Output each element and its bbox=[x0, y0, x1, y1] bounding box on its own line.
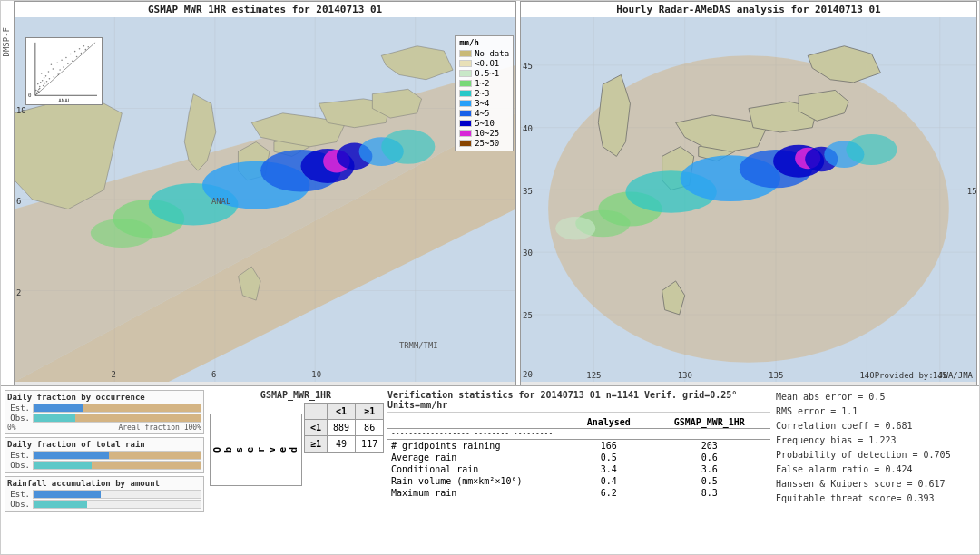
est-bar-occurrence: Est. bbox=[7, 404, 201, 413]
legend-3-4: 3~4 bbox=[459, 99, 509, 108]
row-ge1-label: ≥1 bbox=[305, 436, 328, 453]
hanssen-kuipers: Hanssen & Kuipers score = 0.617 bbox=[776, 477, 975, 492]
cell-889: 889 bbox=[328, 420, 356, 436]
legend-05-1: 0.5~1 bbox=[459, 69, 509, 78]
right-map-title: Hourly Radar-AMeDAS analysis for 2014071… bbox=[521, 2, 976, 17]
legend-001: <0.01 bbox=[459, 59, 509, 68]
fraction-rain-title: Daily fraction of total rain bbox=[7, 440, 201, 449]
verif-row-gsmap: 0.5 bbox=[649, 475, 770, 487]
verif-row: Conditional rain 3.4 3.6 bbox=[387, 463, 770, 475]
est-bar-container-rain bbox=[33, 451, 201, 460]
legend-2-3: 2~3 bbox=[459, 89, 509, 98]
svg-point-7 bbox=[37, 83, 39, 85]
equitable-threat: Equitable threat score= 0.393 bbox=[776, 492, 975, 506]
left-map-canvas: 0 ANAL bbox=[15, 17, 515, 382]
svg-point-26 bbox=[39, 88, 41, 90]
col-ge1: ≥1 bbox=[356, 404, 384, 420]
verif-row-analysed: 0.4 bbox=[569, 475, 649, 487]
svg-point-25 bbox=[35, 90, 37, 92]
svg-point-110 bbox=[846, 134, 897, 165]
svg-text:125: 125 bbox=[586, 370, 601, 380]
accumulation-title: Rainfall accumulation by amount bbox=[7, 479, 201, 488]
svg-point-36 bbox=[72, 61, 74, 63]
est-bar-rain: Est. bbox=[7, 451, 201, 460]
svg-text:ANAL: ANAL bbox=[58, 98, 72, 103]
obs-bar-rain: Obs. bbox=[7, 461, 201, 470]
obs-label-occ: Obs. bbox=[7, 414, 30, 423]
svg-text:0: 0 bbox=[28, 92, 32, 98]
obs-label-rain: Obs. bbox=[7, 461, 30, 470]
svg-point-33 bbox=[59, 69, 61, 71]
right-map-panel: Hourly Radar-AMeDAS analysis for 2014071… bbox=[520, 1, 977, 385]
legend-1-2: 1~2 bbox=[459, 79, 509, 88]
svg-point-30 bbox=[49, 78, 51, 80]
svg-text:10: 10 bbox=[16, 104, 26, 114]
col-empty bbox=[305, 404, 328, 420]
verif-row-analysed: 6.2 bbox=[569, 487, 649, 499]
rms-error: RMS error = 1.1 bbox=[776, 404, 975, 419]
svg-text:6: 6 bbox=[16, 196, 21, 206]
svg-text:6: 6 bbox=[211, 368, 216, 378]
svg-point-10 bbox=[44, 77, 45, 79]
svg-point-18 bbox=[65, 57, 67, 59]
verif-row-analysed: 0.5 bbox=[569, 452, 649, 463]
est-bar-container-occ bbox=[33, 404, 201, 413]
fraction-occurrence-section: Daily fraction by occurrence Est. Obs. bbox=[5, 390, 204, 434]
correlation-coeff: Correlation coeff = 0.681 bbox=[776, 419, 975, 433]
svg-point-11 bbox=[45, 75, 47, 77]
svg-point-28 bbox=[44, 83, 46, 84]
est-label-occ: Est. bbox=[7, 404, 30, 413]
verif-row-gsmap: 203 bbox=[649, 440, 770, 453]
svg-point-29 bbox=[46, 81, 48, 83]
svg-text:130: 130 bbox=[678, 370, 692, 380]
svg-point-112 bbox=[555, 217, 595, 239]
right-map-canvas: 45 40 35 30 25 20 125 130 135 140 145 15… bbox=[521, 17, 976, 382]
legend-title: mm/h bbox=[459, 38, 509, 47]
svg-text:15...: 15... bbox=[967, 185, 976, 195]
cell-86: 86 bbox=[356, 420, 384, 436]
left-map-title: GSMAP_MWR_1HR estimates for 20140713 01 bbox=[15, 2, 515, 17]
svg-text:ANAL: ANAL bbox=[211, 196, 231, 206]
obs-label-accum: Obs. bbox=[7, 500, 30, 509]
svg-point-9 bbox=[42, 80, 44, 82]
verif-title: Verification statistics for 20140713 01 … bbox=[387, 390, 770, 413]
svg-text:35: 35 bbox=[523, 185, 533, 195]
svg-point-17 bbox=[61, 60, 63, 62]
col-less1: <1 bbox=[328, 404, 356, 420]
col-gsmap: GSMAP_MWR_1HR bbox=[649, 416, 770, 429]
observed-label: Observed bbox=[210, 414, 302, 486]
legend-5-10: 5~10 bbox=[459, 119, 509, 128]
svg-text:2: 2 bbox=[16, 287, 21, 297]
svg-point-15 bbox=[51, 63, 53, 65]
legend-25-50: 25~50 bbox=[459, 139, 509, 148]
x-axis-labels-occ: 0% Areal fraction 100% bbox=[7, 424, 201, 432]
verif-row-analysed: 166 bbox=[569, 440, 649, 453]
svg-point-40 bbox=[87, 46, 89, 48]
est-label-rain: Est. bbox=[7, 451, 30, 460]
svg-point-13 bbox=[48, 71, 50, 73]
svg-point-12 bbox=[41, 73, 43, 74]
verif-row-analysed: 3.4 bbox=[569, 463, 649, 475]
svg-point-14 bbox=[53, 68, 54, 70]
obs-bar-accum: Obs. bbox=[7, 500, 201, 509]
obs-bar-container-accum bbox=[33, 500, 201, 509]
svg-point-19 bbox=[70, 54, 72, 55]
right-map-svg: 45 40 35 30 25 20 125 130 135 140 145 15… bbox=[521, 17, 976, 382]
fraction-rain-section: Daily fraction of total rain Est. Obs. bbox=[5, 437, 204, 473]
verif-row-label: Conditional rain bbox=[387, 463, 569, 475]
svg-text:30: 30 bbox=[523, 248, 533, 258]
svg-point-8 bbox=[40, 82, 42, 83]
false-alarm-ratio: False alarm ratio = 0.424 bbox=[776, 462, 975, 477]
svg-point-6 bbox=[39, 86, 41, 88]
svg-text:40: 40 bbox=[523, 123, 533, 133]
prob-detection: Probability of detection = 0.705 bbox=[776, 448, 975, 462]
contingency-table: <1 ≥1 <1 889 86 ≥1 bbox=[304, 403, 384, 453]
row-less1: <1 889 86 bbox=[305, 420, 384, 436]
svg-point-34 bbox=[63, 66, 64, 68]
obs-bar-container-occ bbox=[33, 414, 201, 423]
svg-text:25: 25 bbox=[523, 310, 533, 320]
svg-point-37 bbox=[76, 56, 78, 58]
verif-panel: Verification statistics for 20140713 01 … bbox=[387, 390, 770, 550]
stats-row: Daily fraction by occurrence Est. Obs. bbox=[1, 386, 979, 554]
accumulation-section: Rainfall accumulation by amount Est. Obs… bbox=[5, 476, 204, 512]
